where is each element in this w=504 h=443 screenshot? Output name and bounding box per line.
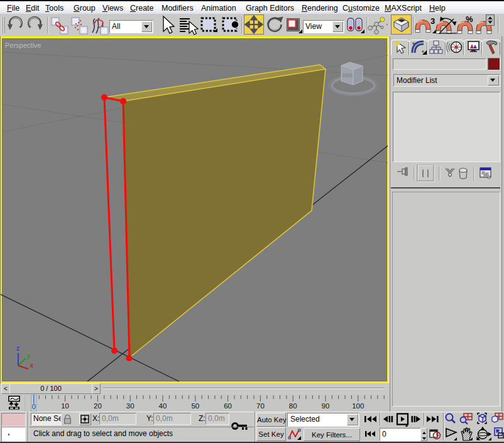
svg-text:90: 90 [322, 402, 330, 410]
svg-text:50: 50 [191, 402, 199, 410]
svg-text:30: 30 [126, 402, 134, 410]
svg-text:60: 60 [224, 402, 232, 410]
svg-text:z: z [16, 345, 19, 352]
svg-text:x: x [30, 362, 33, 369]
svg-text:70: 70 [256, 402, 265, 410]
svg-text:100: 100 [352, 402, 364, 410]
svg-text:40: 40 [159, 402, 167, 410]
svg-text:%: % [466, 14, 473, 24]
svg-text:0: 0 [32, 403, 36, 410]
svg-text:80: 80 [289, 402, 297, 410]
svg-text:10: 10 [61, 402, 69, 410]
svg-text:20: 20 [94, 402, 102, 410]
svg-text:3: 3 [430, 16, 435, 26]
svg-text:Perspective: Perspective [5, 41, 41, 49]
svg-text:y: y [27, 353, 30, 359]
